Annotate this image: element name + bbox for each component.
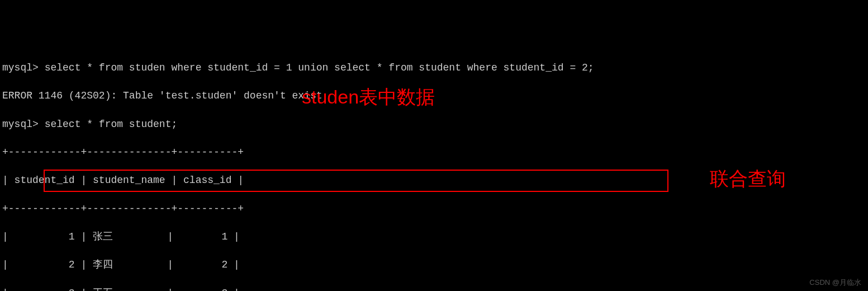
table-border: +------------+--------------+----------+ [2,202,866,216]
table-row: | 3 | 王五 | 3 | [2,287,866,291]
watermark: CSDN @月临水 [809,278,861,288]
table-row: | 2 | 李四 | 2 | [2,258,866,272]
mysql-prompt: mysql> [2,119,45,130]
annotation-label-1: studen表中数据 [302,84,435,111]
terminal-line: mysql> select * from studen where studen… [2,61,866,75]
sql-query-1: select * from studen where student_id = … [45,62,594,73]
annotation-label-2: 联合查询 [710,166,786,193]
terminal-line: mysql> select * from student; [2,118,866,132]
mysql-prompt: mysql> [2,62,45,73]
table-row: | 1 | 张三 | 1 | [2,230,866,244]
table-border: +------------+--------------+----------+ [2,146,866,159]
sql-query-2: select * from student; [45,119,178,130]
